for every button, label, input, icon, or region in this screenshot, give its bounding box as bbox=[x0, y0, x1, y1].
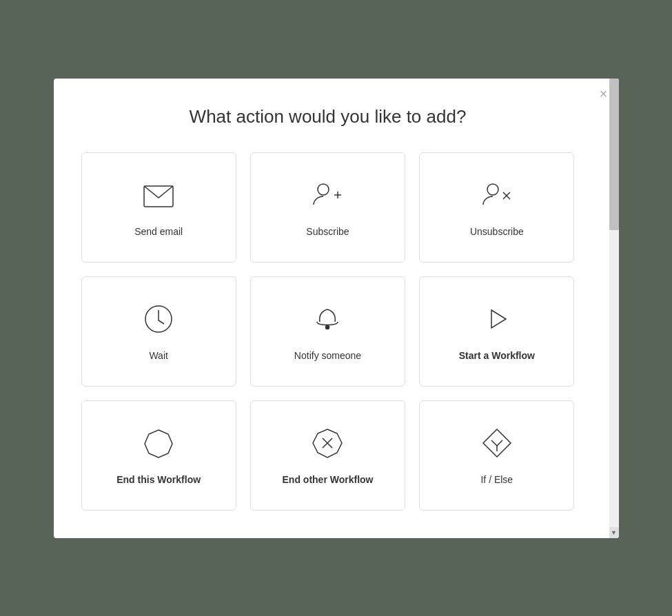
action-label-unsubscribe: Unsubscribe bbox=[470, 225, 524, 239]
svg-point-1 bbox=[318, 184, 329, 195]
unsubscribe-icon bbox=[478, 176, 516, 214]
action-label-end-this-workflow: End this Workflow bbox=[116, 473, 201, 487]
action-card-wait[interactable]: Wait bbox=[81, 276, 236, 387]
svg-point-8 bbox=[326, 325, 329, 329]
action-card-end-this-workflow[interactable]: End this Workflow bbox=[81, 400, 236, 511]
notify-someone-icon bbox=[308, 300, 347, 338]
scroll-down-button[interactable]: ▼ bbox=[609, 527, 619, 538]
svg-marker-9 bbox=[145, 430, 172, 458]
modal-title: What action would you like to add? bbox=[81, 106, 575, 127]
modal-content: What action would you like to add? Send … bbox=[54, 79, 609, 538]
modal: × ▲ ▼ What action would you like to add?… bbox=[54, 79, 619, 538]
send-email-icon bbox=[139, 176, 178, 214]
action-card-start-workflow[interactable]: Start a Workflow bbox=[419, 276, 574, 387]
start-workflow-icon bbox=[478, 300, 516, 338]
action-label-end-other-workflow: End other Workflow bbox=[283, 473, 374, 487]
action-card-unsubscribe[interactable]: Unsubscribe bbox=[419, 152, 574, 263]
action-card-if-else[interactable]: If / Else bbox=[419, 400, 574, 511]
wait-icon bbox=[139, 300, 178, 338]
action-label-notify-someone: Notify someone bbox=[294, 349, 361, 363]
end-other-workflow-icon bbox=[308, 424, 347, 462]
subscribe-icon bbox=[308, 176, 347, 214]
action-card-subscribe[interactable]: Subscribe bbox=[250, 152, 405, 263]
action-label-send-email: Send email bbox=[134, 225, 183, 239]
scrollbar-track: ▲ ▼ bbox=[609, 79, 619, 538]
action-card-send-email[interactable]: Send email bbox=[81, 152, 236, 263]
action-card-notify-someone[interactable]: Notify someone bbox=[250, 276, 405, 387]
if-else-icon bbox=[478, 424, 516, 462]
modal-overlay: × ▲ ▼ What action would you like to add?… bbox=[0, 0, 672, 616]
scrollbar-thumb[interactable] bbox=[609, 79, 619, 230]
action-label-if-else: If / Else bbox=[480, 473, 513, 487]
close-button[interactable]: × bbox=[600, 87, 608, 101]
end-this-workflow-icon bbox=[139, 424, 178, 462]
svg-point-4 bbox=[487, 184, 498, 195]
actions-grid: Send email Subscribe Unsubscribe Wait No… bbox=[81, 152, 575, 511]
action-label-subscribe: Subscribe bbox=[306, 225, 349, 239]
action-card-end-other-workflow[interactable]: End other Workflow bbox=[250, 400, 405, 511]
action-label-start-workflow: Start a Workflow bbox=[459, 349, 535, 363]
action-label-wait: Wait bbox=[149, 349, 167, 363]
